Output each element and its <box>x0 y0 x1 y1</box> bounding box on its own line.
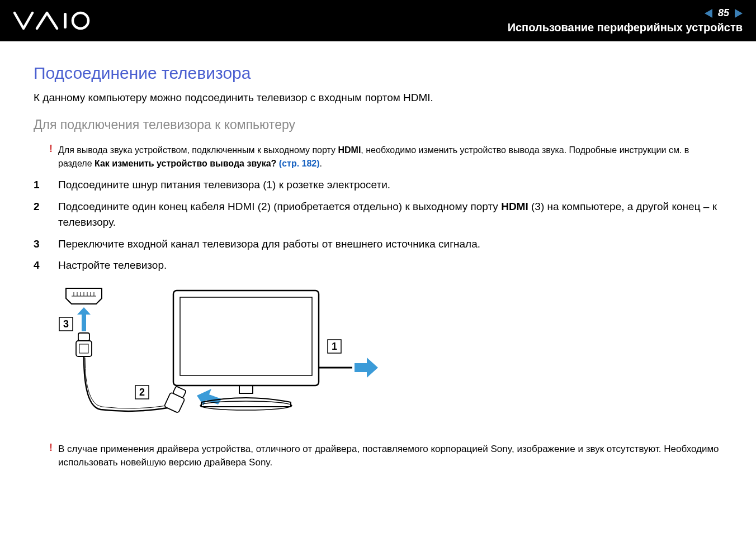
warning-note-2: ! В случае применения драйвера устройств… <box>49 442 722 470</box>
header-right: 85 Использование периферийных устройств <box>508 7 743 34</box>
warning-icon: ! <box>49 442 58 470</box>
svg-rect-0 <box>64 13 67 28</box>
svg-rect-17 <box>173 291 319 386</box>
page-content: Подсоединение телевизора К данному компь… <box>0 41 756 481</box>
diagram-label-1: 1 <box>332 341 337 352</box>
step-item: 3 Переключите входной канал телевизора д… <box>34 236 722 253</box>
diagram-label-2: 2 <box>139 387 145 398</box>
step-text: Подсоедините шнур питания телевизора (1)… <box>58 177 390 193</box>
warning-text-2: В случае применения драйвера устройства,… <box>58 442 722 470</box>
breadcrumb: Использование периферийных устройств <box>508 21 743 34</box>
step-item: 2 Подсоедините один конец кабеля HDMI (2… <box>34 199 722 231</box>
step-item: 1 Подсоедините шнур питания телевизора (… <box>34 177 722 193</box>
intro-text: К данному компьютеру можно подсоединить … <box>34 92 722 104</box>
step-number: 2 <box>34 199 58 231</box>
step-text: Настройте телевизор. <box>58 258 167 274</box>
step-number: 3 <box>34 236 58 253</box>
step-number: 1 <box>34 177 58 193</box>
svg-point-1 <box>73 13 88 28</box>
step-number: 4 <box>34 258 58 274</box>
svg-rect-11 <box>78 333 89 341</box>
subsection-title: Для подключения телевизора к компьютеру <box>34 117 722 132</box>
step-text: Подсоедините один конец кабеля HDMI (2) … <box>58 199 722 231</box>
svg-rect-13 <box>79 344 88 353</box>
svg-rect-12 <box>76 341 92 356</box>
step-text: Переключите входной канал телевизора для… <box>58 236 480 253</box>
next-page-arrow[interactable] <box>735 9 743 18</box>
warning-text-1: Для вывода звука устройством, подключенн… <box>58 144 722 170</box>
diagram-label-3: 3 <box>63 318 69 330</box>
page-navigation: 85 <box>508 7 743 19</box>
page-reference-link[interactable]: (стр. 182) <box>279 159 320 168</box>
page-header: 85 Использование периферийных устройств <box>0 0 756 41</box>
warning-icon: ! <box>49 144 58 170</box>
svg-point-20 <box>200 401 292 410</box>
prev-page-arrow[interactable] <box>705 9 712 18</box>
page-number: 85 <box>718 7 729 19</box>
section-title: Подсоединение телевизора <box>34 64 722 83</box>
vaio-logo <box>13 11 92 31</box>
connection-diagram: 3 2 <box>56 284 722 431</box>
warning-note-1: ! Для вывода звука устройством, подключе… <box>49 144 722 170</box>
step-item: 4 Настройте телевизор. <box>34 258 722 274</box>
step-list: 1 Подсоедините шнур питания телевизора (… <box>34 177 722 274</box>
svg-rect-18 <box>180 297 312 375</box>
svg-rect-19 <box>239 386 253 393</box>
